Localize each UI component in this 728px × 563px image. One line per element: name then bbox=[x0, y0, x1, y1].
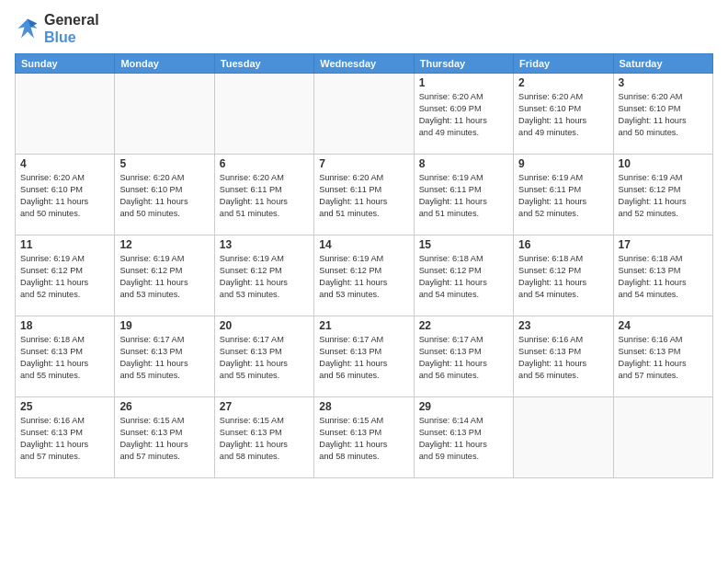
calendar-cell: 9Sunrise: 6:19 AM Sunset: 6:11 PM Daylig… bbox=[514, 155, 613, 236]
day-info: Sunrise: 6:20 AM Sunset: 6:11 PM Dayligh… bbox=[220, 172, 309, 220]
day-number: 6 bbox=[220, 157, 309, 170]
day-info: Sunrise: 6:17 AM Sunset: 6:13 PM Dayligh… bbox=[419, 334, 508, 382]
calendar-cell: 28Sunrise: 6:15 AM Sunset: 6:13 PM Dayli… bbox=[314, 397, 414, 478]
day-info: Sunrise: 6:20 AM Sunset: 6:11 PM Dayligh… bbox=[319, 172, 408, 220]
calendar-cell: 16Sunrise: 6:18 AM Sunset: 6:12 PM Dayli… bbox=[514, 236, 613, 316]
calendar-cell: 21Sunrise: 6:17 AM Sunset: 6:13 PM Dayli… bbox=[314, 316, 414, 397]
calendar-cell: 20Sunrise: 6:17 AM Sunset: 6:13 PM Dayli… bbox=[214, 316, 313, 397]
calendar-cell: 1Sunrise: 6:20 AM Sunset: 6:09 PM Daylig… bbox=[414, 74, 513, 155]
day-info: Sunrise: 6:20 AM Sunset: 6:09 PM Dayligh… bbox=[419, 91, 508, 139]
calendar-cell: 24Sunrise: 6:16 AM Sunset: 6:13 PM Dayli… bbox=[613, 316, 712, 397]
day-info: Sunrise: 6:19 AM Sunset: 6:12 PM Dayligh… bbox=[319, 253, 408, 301]
calendar-cell: 17Sunrise: 6:18 AM Sunset: 6:13 PM Dayli… bbox=[613, 236, 712, 316]
day-number: 22 bbox=[419, 319, 508, 332]
day-number: 12 bbox=[119, 238, 209, 251]
day-number: 29 bbox=[419, 400, 508, 413]
calendar-cell: 27Sunrise: 6:15 AM Sunset: 6:13 PM Dayli… bbox=[214, 397, 313, 478]
day-number: 24 bbox=[619, 319, 708, 332]
calendar-week-1: 1Sunrise: 6:20 AM Sunset: 6:09 PM Daylig… bbox=[16, 74, 713, 155]
day-number: 15 bbox=[419, 238, 508, 251]
day-info: Sunrise: 6:19 AM Sunset: 6:11 PM Dayligh… bbox=[419, 172, 508, 220]
calendar-cell: 10Sunrise: 6:19 AM Sunset: 6:12 PM Dayli… bbox=[613, 155, 712, 236]
col-sunday: Sunday bbox=[16, 54, 115, 74]
calendar-cell: 2Sunrise: 6:20 AM Sunset: 6:10 PM Daylig… bbox=[514, 74, 613, 155]
day-number: 4 bbox=[20, 157, 109, 170]
col-monday: Monday bbox=[115, 54, 214, 74]
calendar-cell: 19Sunrise: 6:17 AM Sunset: 6:13 PM Dayli… bbox=[115, 316, 214, 397]
calendar-cell: 23Sunrise: 6:16 AM Sunset: 6:13 PM Dayli… bbox=[514, 316, 613, 397]
day-info: Sunrise: 6:16 AM Sunset: 6:13 PM Dayligh… bbox=[619, 334, 708, 382]
calendar-cell: 25Sunrise: 6:16 AM Sunset: 6:13 PM Dayli… bbox=[16, 397, 115, 478]
day-number: 28 bbox=[319, 400, 408, 413]
col-friday: Friday bbox=[514, 54, 613, 74]
day-info: Sunrise: 6:18 AM Sunset: 6:13 PM Dayligh… bbox=[619, 253, 708, 301]
day-info: Sunrise: 6:16 AM Sunset: 6:13 PM Dayligh… bbox=[20, 415, 109, 463]
day-info: Sunrise: 6:15 AM Sunset: 6:13 PM Dayligh… bbox=[119, 415, 209, 463]
day-number: 21 bbox=[319, 319, 408, 332]
calendar-cell: 3Sunrise: 6:20 AM Sunset: 6:10 PM Daylig… bbox=[613, 74, 712, 155]
day-info: Sunrise: 6:19 AM Sunset: 6:12 PM Dayligh… bbox=[20, 253, 109, 301]
svg-marker-0 bbox=[18, 19, 38, 39]
col-saturday: Saturday bbox=[613, 54, 712, 74]
day-number: 3 bbox=[619, 76, 708, 89]
day-number: 27 bbox=[220, 400, 309, 413]
day-number: 13 bbox=[220, 238, 309, 251]
day-info: Sunrise: 6:20 AM Sunset: 6:10 PM Dayligh… bbox=[518, 91, 608, 139]
day-info: Sunrise: 6:19 AM Sunset: 6:12 PM Dayligh… bbox=[619, 172, 708, 220]
calendar-cell: 22Sunrise: 6:17 AM Sunset: 6:13 PM Dayli… bbox=[414, 316, 513, 397]
calendar-cell: 11Sunrise: 6:19 AM Sunset: 6:12 PM Dayli… bbox=[16, 236, 115, 316]
day-info: Sunrise: 6:14 AM Sunset: 6:13 PM Dayligh… bbox=[419, 415, 508, 463]
calendar-cell: 13Sunrise: 6:19 AM Sunset: 6:12 PM Dayli… bbox=[214, 236, 313, 316]
col-tuesday: Tuesday bbox=[214, 54, 313, 74]
logo: General Blue bbox=[15, 11, 99, 46]
day-number: 10 bbox=[619, 157, 708, 170]
calendar-cell bbox=[514, 397, 613, 478]
day-number: 14 bbox=[319, 238, 408, 251]
calendar-cell bbox=[16, 74, 115, 155]
day-number: 26 bbox=[119, 400, 209, 413]
calendar-cell: 18Sunrise: 6:18 AM Sunset: 6:13 PM Dayli… bbox=[16, 316, 115, 397]
day-number: 20 bbox=[220, 319, 309, 332]
col-wednesday: Wednesday bbox=[314, 54, 414, 74]
calendar-cell: 12Sunrise: 6:19 AM Sunset: 6:12 PM Dayli… bbox=[115, 236, 214, 316]
calendar-cell bbox=[613, 397, 712, 478]
calendar-cell: 7Sunrise: 6:20 AM Sunset: 6:11 PM Daylig… bbox=[314, 155, 414, 236]
day-info: Sunrise: 6:15 AM Sunset: 6:13 PM Dayligh… bbox=[319, 415, 408, 463]
day-number: 23 bbox=[518, 319, 608, 332]
calendar-cell bbox=[115, 74, 214, 155]
day-number: 19 bbox=[119, 319, 209, 332]
day-number: 25 bbox=[20, 400, 109, 413]
day-info: Sunrise: 6:19 AM Sunset: 6:12 PM Dayligh… bbox=[119, 253, 209, 301]
logo-text: General Blue bbox=[44, 11, 99, 46]
day-number: 17 bbox=[619, 238, 708, 251]
calendar-week-2: 4Sunrise: 6:20 AM Sunset: 6:10 PM Daylig… bbox=[16, 155, 713, 236]
calendar-cell: 5Sunrise: 6:20 AM Sunset: 6:10 PM Daylig… bbox=[115, 155, 214, 236]
calendar-cell: 26Sunrise: 6:15 AM Sunset: 6:13 PM Dayli… bbox=[115, 397, 214, 478]
page: General Blue Sunday Monday Tuesday Wedne… bbox=[0, 0, 728, 563]
day-number: 5 bbox=[119, 157, 209, 170]
day-info: Sunrise: 6:17 AM Sunset: 6:13 PM Dayligh… bbox=[119, 334, 209, 382]
day-info: Sunrise: 6:20 AM Sunset: 6:10 PM Dayligh… bbox=[119, 172, 209, 220]
day-info: Sunrise: 6:16 AM Sunset: 6:13 PM Dayligh… bbox=[518, 334, 608, 382]
calendar-cell: 4Sunrise: 6:20 AM Sunset: 6:10 PM Daylig… bbox=[16, 155, 115, 236]
day-info: Sunrise: 6:20 AM Sunset: 6:10 PM Dayligh… bbox=[20, 172, 109, 220]
day-number: 9 bbox=[518, 157, 608, 170]
day-info: Sunrise: 6:17 AM Sunset: 6:13 PM Dayligh… bbox=[220, 334, 309, 382]
header: General Blue bbox=[15, 11, 713, 46]
day-number: 8 bbox=[419, 157, 508, 170]
day-number: 2 bbox=[518, 76, 608, 89]
calendar-cell: 8Sunrise: 6:19 AM Sunset: 6:11 PM Daylig… bbox=[414, 155, 513, 236]
col-thursday: Thursday bbox=[414, 54, 513, 74]
day-info: Sunrise: 6:20 AM Sunset: 6:10 PM Dayligh… bbox=[619, 91, 708, 139]
calendar-week-5: 25Sunrise: 6:16 AM Sunset: 6:13 PM Dayli… bbox=[16, 397, 713, 478]
day-info: Sunrise: 6:15 AM Sunset: 6:13 PM Dayligh… bbox=[220, 415, 309, 463]
day-info: Sunrise: 6:18 AM Sunset: 6:12 PM Dayligh… bbox=[419, 253, 508, 301]
calendar-week-4: 18Sunrise: 6:18 AM Sunset: 6:13 PM Dayli… bbox=[16, 316, 713, 397]
calendar-header-row: Sunday Monday Tuesday Wednesday Thursday… bbox=[16, 54, 713, 74]
day-number: 11 bbox=[20, 238, 109, 251]
calendar-week-3: 11Sunrise: 6:19 AM Sunset: 6:12 PM Dayli… bbox=[16, 236, 713, 316]
day-number: 18 bbox=[20, 319, 109, 332]
day-info: Sunrise: 6:18 AM Sunset: 6:12 PM Dayligh… bbox=[518, 253, 608, 301]
day-info: Sunrise: 6:19 AM Sunset: 6:11 PM Dayligh… bbox=[518, 172, 608, 220]
day-number: 7 bbox=[319, 157, 408, 170]
